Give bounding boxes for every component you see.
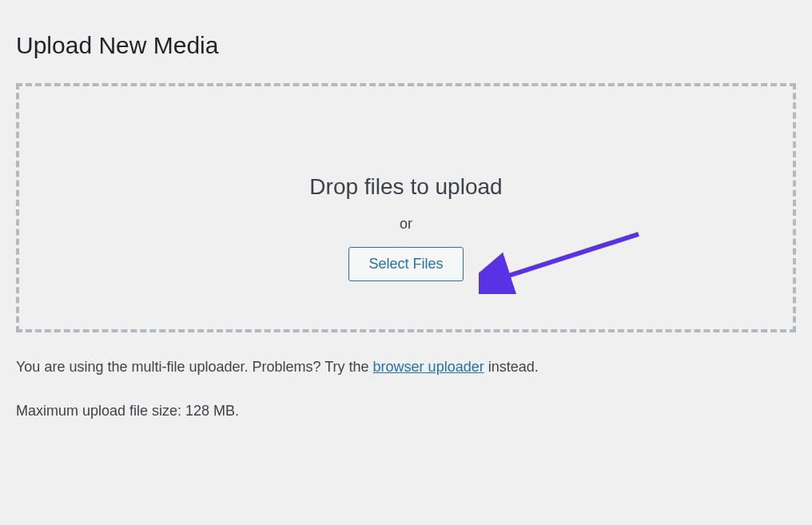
browser-uploader-link[interactable]: browser uploader <box>373 359 484 375</box>
dropzone-or-label: or <box>35 216 777 233</box>
max-upload-size-text: Maximum upload file size: 128 MB. <box>16 400 796 422</box>
helper-prefix: You are using the multi-file uploader. P… <box>16 359 373 375</box>
svg-line-1 <box>501 234 639 278</box>
uploader-helper-text: You are using the multi-file uploader. P… <box>16 356 796 378</box>
select-files-button[interactable]: Select Files <box>348 247 463 281</box>
annotation-arrow-icon <box>479 230 655 294</box>
media-dropzone[interactable]: Drop files to upload or Select Files <box>16 83 796 332</box>
helper-suffix: instead. <box>484 359 539 375</box>
dropzone-heading: Drop files to upload <box>35 174 777 200</box>
page-title: Upload New Media <box>16 32 796 59</box>
